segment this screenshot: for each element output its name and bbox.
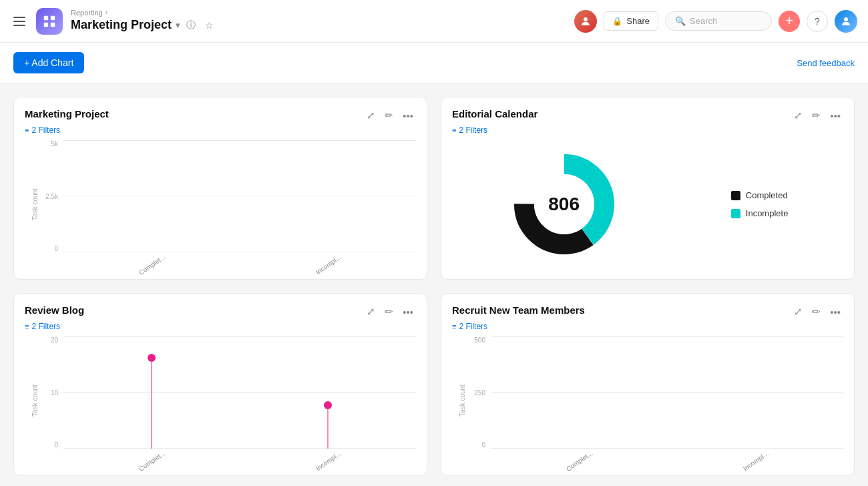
y-label-1-3: 10 xyxy=(45,389,58,397)
edit-button-3[interactable]: ✏ xyxy=(382,304,396,319)
filter-label-2: 2 Filters xyxy=(459,126,487,135)
svg-point-4 xyxy=(584,17,588,21)
card-actions-2: ⤢ ✏ ••• xyxy=(791,108,843,123)
lock-icon: 🔒 xyxy=(612,17,622,26)
star-button[interactable]: ☆ xyxy=(202,17,216,33)
bars-area-1: Complet... Incompl... xyxy=(63,140,416,268)
add-chart-label: + Add Chart xyxy=(24,57,73,68)
card-actions-1: ⤢ ✏ ••• xyxy=(364,108,416,123)
bar-groups-1 xyxy=(63,140,416,268)
lollipop-groups-3 xyxy=(63,336,416,465)
y-axis-label-3: Task count xyxy=(31,385,39,417)
svg-point-5 xyxy=(844,17,848,21)
legend-label-incomplete: Incomplete xyxy=(746,208,789,218)
bar-groups-4 xyxy=(491,336,843,465)
edit-button-4[interactable]: ✏ xyxy=(809,304,823,319)
user-avatar-1 xyxy=(574,10,597,33)
filter-tag-4[interactable]: ≡ 2 Filters xyxy=(452,322,843,331)
filter-label-3: 2 Filters xyxy=(31,322,60,331)
donut-area-2: 806 Completed Incomplete xyxy=(452,140,843,268)
y-label-1: 2.5k xyxy=(45,193,58,200)
svg-rect-2 xyxy=(44,22,48,26)
svg-rect-1 xyxy=(51,15,55,19)
share-button[interactable]: 🔒 Share xyxy=(604,11,658,31)
expand-button-4[interactable]: ⤢ xyxy=(791,304,805,319)
legend-dot-incomplete xyxy=(731,209,740,218)
lollipop-incomplete-3 xyxy=(324,401,332,449)
more-button-3[interactable]: ••• xyxy=(400,304,416,319)
card-header-1: Marketing Project ⤢ ✏ ••• xyxy=(25,108,416,123)
svg-rect-3 xyxy=(51,22,55,26)
filter-tag-2[interactable]: ≡ 2 Filters xyxy=(452,126,843,135)
lollipop-stem-incomplete xyxy=(327,409,329,449)
card-header-2: Editorial Calendar ⤢ ✏ ••• xyxy=(452,108,843,123)
more-button-1[interactable]: ••• xyxy=(400,108,416,123)
y-axis-3: 0 10 20 xyxy=(45,336,63,465)
filter-tag-1[interactable]: ≡ 2 Filters xyxy=(25,126,416,135)
share-label: Share xyxy=(626,16,650,26)
title-dropdown-icon[interactable]: ▾ xyxy=(176,21,180,30)
bars-area-4: Complet... Incompl... xyxy=(491,336,843,465)
breadcrumb: Reporting › xyxy=(71,9,216,17)
y-label-0: 0 xyxy=(45,245,58,252)
expand-button-1[interactable]: ⤢ xyxy=(364,108,378,123)
y-axis-label-1: Task count xyxy=(31,188,39,220)
edit-button-2[interactable]: ✏ xyxy=(809,108,823,123)
search-icon: 🔍 xyxy=(675,16,686,26)
legend-completed: Completed xyxy=(731,190,789,200)
y-label-1-4: 250 xyxy=(472,389,485,397)
chart-title-2: Editorial Calendar xyxy=(452,108,537,119)
filter-icon-1: ≡ xyxy=(25,126,29,134)
page-title-area: Marketing Project ▾ ⓘ ☆ xyxy=(71,17,216,34)
user-avatar-2 xyxy=(835,10,857,33)
search-placeholder: Search xyxy=(690,16,717,26)
help-button[interactable]: ? xyxy=(807,11,828,32)
card-actions-4: ⤢ ✏ ••• xyxy=(791,304,843,319)
chart-title-3: Review Blog xyxy=(25,304,84,316)
donut-legend-2: Completed Incomplete xyxy=(731,190,789,218)
app-header: Reporting › Marketing Project ▾ ⓘ ☆ 🔒 Sh… xyxy=(0,0,868,43)
add-chart-button[interactable]: + Add Chart xyxy=(13,52,84,73)
chart-recruit-new: Recruit New Team Members ⤢ ✏ ••• ≡ 2 Fil… xyxy=(441,293,855,476)
y-axis-4: 0 250 500 xyxy=(472,336,491,465)
filter-label-1: 2 Filters xyxy=(31,126,60,135)
y-label-2-4: 500 xyxy=(472,336,485,344)
filter-label-4: 2 Filters xyxy=(459,322,487,331)
info-button[interactable]: ⓘ xyxy=(184,17,198,34)
y-axis-label-4: Task count xyxy=(459,385,466,417)
hamburger-menu-button[interactable] xyxy=(11,14,28,29)
chart-editorial-calendar: Editorial Calendar ⤢ ✏ ••• ≡ 2 Filters 8… xyxy=(441,97,855,280)
lollipop-head-incomplete xyxy=(324,401,332,409)
chart-review-blog: Review Blog ⤢ ✏ ••• ≡ 2 Filters Task cou… xyxy=(13,293,427,476)
donut-center-value: 806 xyxy=(548,194,580,215)
lollipop-area-3: Complet... Incompl... xyxy=(63,336,416,465)
legend-dot-completed xyxy=(731,191,740,200)
y-axis-1: 0 2.5k 5k xyxy=(45,140,63,268)
y-label-2-3: 20 xyxy=(45,336,58,344)
edit-button-1[interactable]: ✏ xyxy=(382,108,396,123)
more-button-2[interactable]: ••• xyxy=(827,108,843,123)
breadcrumb-area: Reporting › Marketing Project ▾ ⓘ ☆ xyxy=(71,9,216,34)
add-button[interactable]: + xyxy=(779,11,800,32)
filter-tag-3[interactable]: ≡ 2 Filters xyxy=(25,322,416,331)
chart-title-4: Recruit New Team Members xyxy=(452,304,585,316)
breadcrumb-text: Reporting xyxy=(71,9,103,17)
chart-marketing-project: Marketing Project ⤢ ✏ ••• ≡ 2 Filters Ta… xyxy=(13,97,427,280)
expand-button-3[interactable]: ⤢ xyxy=(364,304,378,319)
send-feedback-link[interactable]: Send feedback xyxy=(797,58,855,68)
more-button-4[interactable]: ••• xyxy=(827,304,843,319)
chart-title-1: Marketing Project xyxy=(25,108,109,119)
filter-icon-3: ≡ xyxy=(25,322,29,330)
y-label-0-3: 0 xyxy=(45,441,58,449)
header-right: 🔒 Share 🔍 Search + ? xyxy=(574,10,857,33)
search-box[interactable]: 🔍 Search xyxy=(665,11,772,31)
lollipop-completed-3 xyxy=(148,354,156,449)
svg-rect-0 xyxy=(44,15,48,19)
filter-icon-2: ≡ xyxy=(452,126,456,134)
card-actions-3: ⤢ ✏ ••• xyxy=(364,304,416,319)
expand-button-2[interactable]: ⤢ xyxy=(791,108,805,123)
page-title: Marketing Project xyxy=(71,18,172,32)
legend-incomplete: Incomplete xyxy=(731,208,789,218)
toolbar: + Add Chart Send feedback xyxy=(0,43,868,83)
y-label-0-4: 0 xyxy=(472,441,485,449)
